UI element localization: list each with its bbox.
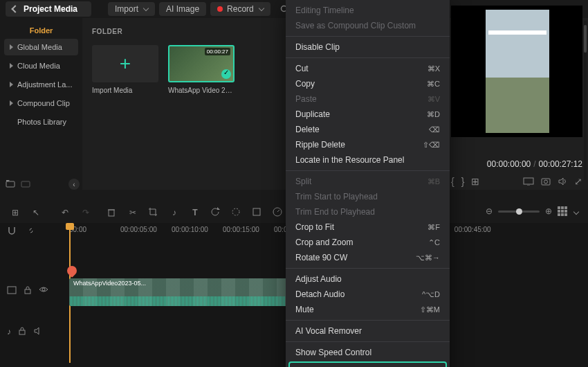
zoom-in-icon[interactable]: ⊕ bbox=[545, 206, 552, 216]
timeline-clip[interactable]: WhatsAppVideo2023-05... bbox=[69, 278, 304, 306]
menu-item-show-speed-control[interactable]: Show Speed Control bbox=[286, 345, 450, 360]
menu-item-cut[interactable]: Cut⌘X bbox=[286, 61, 450, 76]
zoom-out-icon[interactable]: ⊖ bbox=[486, 206, 493, 216]
sidebar-item-global-media[interactable]: Global Media bbox=[4, 39, 78, 55]
project-media-label: Project Media bbox=[24, 4, 77, 14]
menu-item-editing-timeline: Editing Timeline bbox=[286, 3, 450, 18]
volume-icon[interactable] bbox=[558, 177, 567, 186]
lock-icon[interactable] bbox=[24, 286, 32, 294]
menu-item-copy[interactable]: Copy⌘C bbox=[286, 76, 450, 91]
snapshot-icon[interactable] bbox=[541, 177, 551, 186]
folder-tab[interactable]: Folder bbox=[4, 22, 78, 39]
cut-icon[interactable]: ✂ bbox=[127, 207, 138, 218]
chevron-right-icon bbox=[10, 63, 13, 69]
scrollbar[interactable] bbox=[584, 21, 587, 180]
thumbnail-menu-chevron[interactable] bbox=[573, 206, 578, 216]
lock-icon[interactable] bbox=[18, 327, 26, 335]
menu-item-ripple-delete[interactable]: Ripple Delete⇧⌫ bbox=[286, 137, 450, 152]
menu-item-paste: Paste⌘V bbox=[286, 91, 450, 107]
menu-item-save-as-compound-clip-custom: Save as Compound Clip Custom bbox=[286, 18, 450, 33]
timecode-total: 00:00:27:12 bbox=[539, 159, 582, 169]
menu-item-ai-vocal-remover[interactable]: AI Vocal Remover bbox=[286, 323, 450, 339]
mask-icon[interactable] bbox=[252, 207, 263, 218]
import-button[interactable]: Import bbox=[108, 2, 155, 16]
menu-item-rotate-90-cw[interactable]: Rotate 90 CW⌥⌘→ bbox=[286, 250, 450, 265]
menu-item-adjust-audio[interactable]: Adjust Audio bbox=[286, 271, 450, 287]
clip-name: WhatsApp Video 202... bbox=[168, 87, 235, 94]
undo-icon[interactable]: ↶ bbox=[59, 207, 71, 218]
sidebar-item-photos-library[interactable]: Photos Library bbox=[4, 114, 78, 130]
menu-item-duplicate[interactable]: Duplicate⌘D bbox=[286, 107, 450, 122]
preview-viewer[interactable] bbox=[451, 6, 582, 137]
menu-item-crop-and-zoom[interactable]: Crop and Zoom⌃C bbox=[286, 235, 450, 250]
fullscreen-icon[interactable]: ⤢ bbox=[574, 176, 582, 187]
svg-rect-11 bbox=[253, 208, 260, 215]
ratio-icon[interactable]: ⊞ bbox=[471, 176, 479, 187]
collapse-sidebar-button[interactable]: ‹ bbox=[68, 179, 80, 190]
magnet-icon[interactable] bbox=[7, 226, 17, 235]
sidebar-item-cloud-media[interactable]: Cloud Media bbox=[4, 57, 78, 74]
sidebar-item-adjustment-layer[interactable]: Adjustment La... bbox=[4, 76, 78, 93]
thumbnail-grid-icon[interactable] bbox=[558, 206, 567, 216]
preview-frame bbox=[486, 10, 549, 133]
svg-rect-8 bbox=[109, 210, 114, 216]
menu-item-disable-clip[interactable]: Disable Clip bbox=[286, 39, 450, 55]
chevron-right-icon bbox=[10, 100, 13, 106]
zoom-slider[interactable] bbox=[498, 211, 540, 213]
ruler-mark: 00:00:45:00 bbox=[454, 226, 491, 233]
svg-point-10 bbox=[232, 208, 239, 215]
import-media-label: Import Media bbox=[92, 87, 158, 94]
svg-point-16 bbox=[42, 288, 45, 291]
clip-label: WhatsAppVideo2023-05... bbox=[73, 280, 146, 287]
video-track-icon bbox=[7, 286, 17, 294]
svg-rect-17 bbox=[19, 330, 25, 334]
menu-item-crop-to-fit[interactable]: Crop to Fit⌘F bbox=[286, 220, 450, 235]
ai-image-button[interactable]: AI Image bbox=[159, 2, 206, 16]
svg-rect-2 bbox=[6, 181, 15, 187]
display-icon[interactable] bbox=[523, 177, 534, 186]
audio-marker-icon[interactable] bbox=[65, 264, 79, 278]
mute-icon[interactable] bbox=[33, 327, 43, 335]
menu-item-locate-in-the-resource-panel[interactable]: Locate in the Resource Panel bbox=[286, 152, 450, 168]
context-menu: Editing TimelineSave as Compound Clip Cu… bbox=[286, 0, 450, 367]
audio-track-icon: ♪ bbox=[7, 327, 11, 337]
svg-rect-14 bbox=[8, 287, 16, 294]
new-folder-plus-icon[interactable] bbox=[21, 179, 30, 188]
marker-out-icon[interactable]: } bbox=[461, 176, 465, 187]
timecode-current: 00:00:00:00 bbox=[487, 159, 531, 169]
menu-item-detach-audio[interactable]: Detach Audio^⌥D bbox=[286, 287, 450, 302]
plus-icon: + bbox=[120, 53, 131, 75]
chevron-right-icon bbox=[10, 44, 13, 50]
project-media-button[interactable]: Project Media bbox=[6, 1, 91, 17]
color-icon[interactable] bbox=[231, 207, 242, 218]
crop-icon[interactable] bbox=[148, 207, 159, 218]
svg-point-7 bbox=[544, 180, 548, 184]
svg-rect-3 bbox=[21, 181, 30, 187]
check-icon bbox=[221, 69, 231, 79]
delete-icon[interactable] bbox=[107, 207, 118, 218]
new-folder-icon[interactable] bbox=[6, 179, 15, 188]
record-icon bbox=[217, 6, 223, 12]
menu-item-trim-start-to-playhead: Trim Start to Playhead bbox=[286, 189, 450, 204]
svg-rect-4 bbox=[524, 178, 533, 184]
cursor-icon[interactable]: ↖ bbox=[30, 207, 42, 218]
panel-toggle-icon[interactable]: ⊞ bbox=[10, 207, 21, 218]
menu-item-mute[interactable]: Mute⇧⌘M bbox=[286, 302, 450, 317]
menu-item-delete[interactable]: Delete⌫ bbox=[286, 122, 450, 137]
marker-in-icon[interactable]: { bbox=[451, 176, 454, 187]
menu-item-trim-end-to-playhead: Trim End to Playhead bbox=[286, 204, 450, 220]
visibility-icon[interactable] bbox=[39, 286, 48, 293]
record-button[interactable]: Record bbox=[210, 2, 270, 16]
redo-icon[interactable]: ↷ bbox=[80, 207, 91, 218]
clip-duration: 00:00:27 bbox=[205, 48, 230, 55]
text-icon[interactable]: T bbox=[190, 207, 201, 218]
speed-icon[interactable] bbox=[273, 207, 284, 218]
menu-item-uniform-speed[interactable]: Uniform Speed^R bbox=[288, 361, 447, 367]
svg-line-13 bbox=[277, 210, 279, 212]
import-media-tile[interactable]: + Import Media bbox=[92, 45, 158, 94]
sidebar-item-compound-clip[interactable]: Compound Clip bbox=[4, 95, 78, 111]
refresh-icon[interactable] bbox=[210, 207, 221, 218]
media-clip-tile[interactable]: 00:00:27 WhatsApp Video 202... bbox=[168, 45, 235, 94]
audio-edit-icon[interactable]: ♪ bbox=[169, 207, 180, 218]
link-icon[interactable] bbox=[26, 226, 36, 235]
